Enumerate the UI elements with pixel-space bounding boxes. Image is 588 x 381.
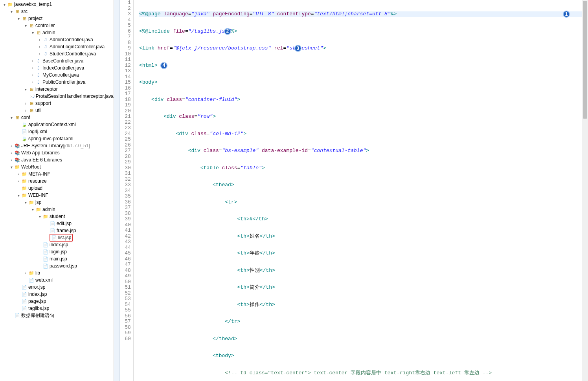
file-index-jsp[interactable]: 📄index.jsp	[0, 241, 114, 248]
file-edit-jsp[interactable]: 📄edit.jsp	[0, 220, 114, 227]
tree-label: login.jsp	[50, 249, 67, 255]
folder-jsp-admin[interactable]: ▾📁admin	[0, 206, 114, 213]
pkg-util[interactable]: ›⊞util	[0, 107, 114, 114]
tree-label: JRE System Library	[21, 143, 63, 148]
tree-label: web.xml	[35, 277, 53, 283]
tree-label: 数据库创建语句	[21, 312, 54, 319]
pkg-interceptor[interactable]: ▾⊞interceptor	[0, 86, 114, 93]
file-login-jsp[interactable]: 📄login.jsp	[0, 248, 114, 255]
file-page-jsp[interactable]: 📄page.jsp	[0, 298, 114, 305]
tree-label: resource	[28, 178, 47, 184]
folder-webroot[interactable]: ▾📁WebRoot	[0, 163, 114, 170]
annotation-badge-3: 3	[294, 45, 301, 52]
tree-label: IndexController.java	[42, 65, 84, 71]
folder-metainf[interactable]: ›📁META-INF	[0, 170, 114, 178]
file-base-controller[interactable]: ›JBaseController.java	[0, 57, 114, 64]
file-index-controller[interactable]: ›JIndexController.java	[0, 64, 114, 71]
lib-webapp[interactable]: ›📚Web App Libraries	[0, 149, 114, 156]
file-password-jsp[interactable]: 📄password.jsp	[0, 262, 114, 269]
tree-label: jsp	[35, 200, 41, 205]
lib-jre[interactable]: ›📚JRE System Library [jdk1.7.0_51]	[0, 142, 114, 149]
tree-label: error.jsp	[28, 284, 45, 290]
tree-label: ProtalSessionHandlerInterceptor.java	[36, 93, 114, 99]
tree-label: applicationContext.xml	[28, 122, 76, 127]
tree-label: support	[35, 101, 51, 106]
tree-label: conf	[21, 115, 30, 120]
tree-label: util	[35, 108, 41, 113]
tree-label: PublicController.java	[42, 79, 85, 85]
tree-label: AdminLoginController.java	[50, 44, 105, 49]
pkg-controller[interactable]: ▾⊞controller	[0, 22, 114, 29]
file-protal-session[interactable]: ›JProtalSessionHandlerInterceptor.java	[0, 93, 114, 100]
code-area[interactable]: <%@page language="java" pageEncoding="UT…	[134, 0, 582, 381]
editor-left-ruler	[114, 0, 119, 381]
tree-label: META-INF	[28, 171, 50, 177]
tree-label: StudentController.java	[50, 51, 96, 57]
file-taglibs-jsp[interactable]: 📄taglibs.jsp	[0, 305, 114, 312]
tree-label: admin	[42, 207, 55, 212]
annotation-badge-4: 4	[160, 62, 167, 69]
folder-jsp-student[interactable]: ▾📁student	[0, 213, 114, 220]
tree-label: student	[50, 214, 65, 219]
tree-label: list.jsp	[58, 235, 71, 240]
line-gutter: 1234567891011121314151617181920212223242…	[119, 0, 134, 381]
file-student-controller[interactable]: ›JStudentController.java	[0, 50, 114, 57]
folder-upload[interactable]: 📁upload	[0, 185, 114, 192]
tree-label: admin	[42, 30, 55, 35]
folder-lib[interactable]: ›📁lib	[0, 269, 114, 277]
file-spring-mvc[interactable]: 🍃spring-mvc-protal.xml	[0, 135, 114, 142]
tree-label: main.jsp	[50, 256, 67, 262]
annotation-badge-2: 2	[224, 28, 231, 35]
tree-label: upload	[28, 185, 42, 191]
file-web-xml[interactable]: 📄web.xml	[0, 277, 114, 284]
lib-version: [jdk1.7.0_51]	[63, 143, 90, 148]
file-public-controller[interactable]: ›JPublicController.java	[0, 79, 114, 86]
file-my-controller[interactable]: ›JMyController.java	[0, 71, 114, 79]
tree-label: controller	[35, 23, 55, 28]
tree-label: password.jsp	[50, 263, 77, 269]
tree-label: lib	[35, 270, 40, 276]
tree-label: Java EE 6 Libraries	[21, 157, 62, 163]
tree-label: spring-mvc-protal.xml	[28, 136, 74, 141]
file-list-jsp[interactable]: 📄list.jsp	[0, 234, 114, 241]
file-sql[interactable]: 📄数据库创建语句	[0, 312, 114, 319]
tree-label: frame.jsp	[57, 228, 76, 233]
src-conf[interactable]: ▾⊞conf	[0, 114, 114, 121]
project-root[interactable]: ▾📁javawebxx_temp1	[0, 1, 114, 8]
pkg-support[interactable]: ›⊞support	[0, 100, 114, 107]
tree-label: edit.jsp	[57, 221, 72, 226]
annotation-badge-1: 1	[563, 11, 570, 18]
tree-label: AdminController.java	[50, 37, 93, 42]
folder-jsp[interactable]: ▾📁jsp	[0, 199, 114, 206]
folder-resource[interactable]: ›📁resource	[0, 178, 114, 185]
tree-label: interceptor	[35, 86, 58, 92]
tree-label: index.jsp	[50, 242, 68, 247]
file-admin-login-controller[interactable]: ›JAdminLoginController.java	[0, 43, 114, 50]
pkg-admin[interactable]: ▾⊞admin	[0, 29, 114, 36]
file-log4j[interactable]: 📄log4j.xml	[0, 128, 114, 135]
project-explorer[interactable]: ▾📁javawebxx_temp1 ▾⊞src ▾⊞project ▾⊞cont…	[0, 0, 114, 381]
file-error-jsp[interactable]: 📄error.jsp	[0, 284, 114, 291]
file-index-jsp-root[interactable]: 📄index.jsp	[0, 291, 114, 298]
tree-label: BaseController.java	[42, 58, 83, 64]
file-admin-controller[interactable]: ›JAdminController.java	[0, 36, 114, 43]
vertical-scrollbar[interactable]	[582, 0, 588, 381]
file-app-context[interactable]: 🍃applicationContext.xml	[0, 121, 114, 128]
tree-label: MyController.java	[42, 72, 79, 78]
tree-label: page.jsp	[28, 299, 46, 304]
tree-label: Web App Libraries	[21, 150, 60, 156]
lib-javaee[interactable]: ›📚Java EE 6 Libraries	[0, 156, 114, 163]
pkg-project[interactable]: ▾⊞project	[0, 15, 114, 22]
folder-webinf[interactable]: ▾📁WEB-INF	[0, 192, 114, 199]
tree-label: project	[28, 16, 42, 21]
src-folder[interactable]: ▾⊞src	[0, 8, 114, 15]
tree-label: WebRoot	[21, 164, 41, 170]
scrollbar-thumb[interactable]	[583, 1, 587, 119]
tree-label: javawebxx_temp1	[14, 2, 52, 7]
file-main-jsp[interactable]: 📄main.jsp	[0, 255, 114, 262]
file-frame-jsp[interactable]: 📄frame.jsp	[0, 227, 114, 234]
tree-label: taglibs.jsp	[28, 306, 49, 311]
tree-label: log4j.xml	[28, 129, 47, 134]
code-editor[interactable]: 1234567891011121314151617181920212223242…	[114, 0, 588, 381]
tree-label: WEB-INF	[28, 192, 48, 198]
